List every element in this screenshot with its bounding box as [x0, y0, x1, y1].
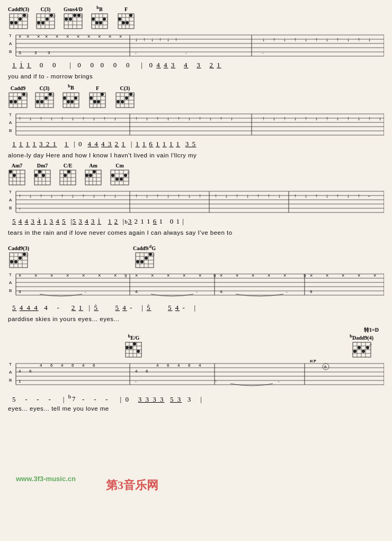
svg-text:↓: ↓	[72, 116, 74, 121]
chord-f-svg	[117, 13, 135, 30]
svg-text:×: ×	[56, 34, 58, 39]
chord-bb-2-svg	[62, 92, 80, 109]
svg-point-116	[22, 93, 25, 96]
svg-text:A: A	[9, 280, 12, 285]
svg-point-10	[23, 14, 26, 17]
svg-text:×: ×	[183, 273, 185, 278]
svg-text:↑: ↑	[19, 116, 21, 121]
svg-point-139	[70, 100, 74, 103]
svg-point-216	[9, 170, 12, 173]
section-5: 转1=D bE/G	[8, 326, 384, 412]
svg-text:×: ×	[19, 34, 21, 39]
svg-text:6: 6	[324, 365, 327, 369]
svg-text:×: ×	[119, 34, 122, 39]
svg-text:↓: ↓	[230, 116, 233, 121]
section-1: Cadd9(3) (3)	[8, 5, 384, 79]
svg-text:×: ×	[283, 273, 286, 278]
svg-text:↑: ↑	[19, 193, 21, 199]
svg-text:↑: ↑	[215, 379, 217, 384]
svg-text:↓: ↓	[114, 193, 117, 199]
lyrics-2: alone-ly day Here and how I know I havn'…	[8, 152, 384, 158]
svg-text:↓: ↓	[93, 116, 95, 121]
chord-cadd9-svg: (3)	[8, 92, 28, 109]
svg-text:↓: ↓	[135, 37, 138, 42]
svg-text:↓: ↓	[347, 37, 350, 42]
svg-text:-: -	[196, 289, 198, 294]
notation-5: 5 - - - | b7 - - - | 0 3 3 3 3 5 3 3 |	[12, 393, 384, 405]
chord-gsus4d: Gsus4/D (3)	[63, 6, 83, 30]
svg-text:4: 4	[19, 369, 21, 374]
key-change-label: 转1=D	[8, 326, 379, 334]
svg-point-327	[145, 256, 148, 260]
svg-point-395	[358, 346, 361, 349]
chord-row-5: bE/G bDadd9(4)	[8, 334, 384, 358]
svg-text:↑: ↑	[135, 193, 138, 199]
svg-text:(3): (3)	[133, 93, 135, 97]
svg-text:↑: ↑	[273, 37, 275, 42]
svg-point-315	[19, 256, 22, 260]
chord-bb-svg	[91, 13, 109, 30]
svg-text:↑: ↑	[61, 116, 64, 121]
svg-text:B: B	[9, 378, 12, 383]
svg-text:↑: ↑	[177, 116, 180, 121]
svg-text:×: ×	[114, 273, 117, 278]
chord-am: Am	[84, 163, 102, 186]
svg-text:B: B	[9, 288, 12, 293]
svg-text:↑: ↑	[156, 193, 159, 199]
svg-text:↓: ↓	[315, 116, 318, 121]
chord-f: F	[117, 6, 135, 30]
svg-text:6: 6	[50, 363, 53, 368]
svg-text:4: 4	[199, 363, 201, 368]
svg-point-150	[97, 100, 100, 103]
svg-text:↑: ↑	[358, 193, 360, 199]
svg-text:A: A	[9, 120, 12, 125]
chord-gsus4d-svg: (3)	[63, 13, 83, 30]
svg-text:6: 6	[72, 363, 74, 368]
lyrics-4: parddise skies in yours eyes... eyes...	[8, 316, 384, 322]
svg-text:×: ×	[151, 273, 154, 278]
svg-point-386	[137, 350, 140, 353]
svg-point-44	[95, 21, 99, 24]
svg-text:3: 3	[19, 289, 21, 294]
chord-ce: C/E	[59, 163, 77, 186]
chord-beg: bE/G	[124, 334, 142, 358]
svg-point-140	[74, 96, 77, 100]
svg-text:B: B	[9, 49, 12, 54]
chord-cadd9g-svg: (3)	[135, 252, 155, 269]
svg-text:↓: ↓	[72, 193, 74, 199]
svg-text:4: 4	[61, 363, 64, 368]
section-2: Cadd9 (3) C(3)	[8, 84, 384, 158]
svg-text:↓: ↓	[209, 116, 212, 121]
chord-c3-3-svg: (3)	[115, 92, 135, 109]
svg-text:×: ×	[45, 34, 48, 39]
svg-text:↓: ↓	[167, 116, 170, 121]
svg-text:↑: ↑	[257, 193, 260, 199]
notation-1: 1 1 1 0 0 | 0 0 0 0 0 | 0 4 4 3 4 3 2 1	[12, 61, 384, 73]
chord-cm: Cm (3)	[110, 163, 130, 186]
svg-text:↑: ↑	[19, 207, 21, 211]
chord-am-svg	[84, 169, 102, 186]
svg-text:↑: ↑	[40, 193, 42, 199]
svg-text:4: 4	[156, 363, 159, 368]
svg-text:-: -	[262, 50, 264, 55]
chord-grid-svg: (3)	[8, 13, 29, 30]
svg-point-46	[103, 17, 106, 21]
svg-point-383	[126, 346, 129, 349]
svg-text:↓: ↓	[225, 193, 228, 199]
svg-text:9: 9	[124, 273, 127, 278]
svg-text:↑: ↑	[61, 193, 64, 199]
svg-point-244	[85, 174, 88, 177]
svg-text:(3): (3)	[153, 253, 155, 257]
svg-point-246	[93, 170, 96, 173]
svg-text:6: 6	[146, 369, 148, 374]
svg-text:A: A	[9, 370, 12, 375]
svg-text:↑: ↑	[268, 193, 270, 199]
chord-beg-svg	[124, 341, 142, 358]
notation-3: 5 4 4 3 4 1 3 4 5 | 5 3 4 3 1 1 2 | b3 2…	[12, 217, 384, 229]
svg-text:(3): (3)	[52, 93, 55, 97]
svg-text:×: ×	[135, 273, 138, 278]
chord-cadd9: Cadd9 (3)	[8, 85, 28, 109]
svg-point-328	[149, 253, 152, 256]
svg-text:6: 6	[93, 363, 95, 368]
svg-text:↑: ↑	[262, 116, 265, 121]
